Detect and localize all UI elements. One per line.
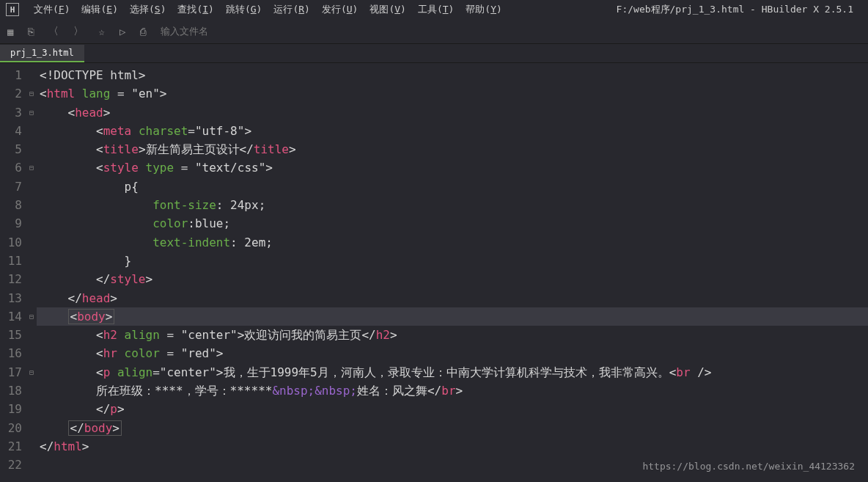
code-line[interactable]: 所在班级：****，学号：******&nbsp;&nbsp;姓名：风之舞</b… [37,381,868,400]
code-line[interactable]: } [37,252,868,270]
menu-e[interactable]: 编辑(E) [76,1,123,18]
preview-icon[interactable]: ⎙ [140,26,146,37]
save-icon[interactable]: ⎘ [28,26,34,37]
code-line[interactable]: <h2 align = "center">欢迎访问我的简易主页</h2> [37,326,868,344]
window-title: F:/web程序/prj_1_3.html - HBuilder X 2.5.1 [617,3,853,16]
menu-u[interactable]: 发行(U) [316,1,364,18]
forward-icon[interactable]: 〉 [73,25,84,38]
layout-icon[interactable]: ▦ [7,26,13,37]
code-line[interactable]: </style> [37,270,868,288]
menu-i[interactable]: 查找(I) [172,1,219,18]
filename-input[interactable]: 输入文件名 [161,25,208,38]
code-line[interactable]: </p> [37,400,868,418]
fold-column[interactable]: ⊟⊟⊟⊟⊟ [26,63,37,481]
app-logo-icon: H [6,3,19,16]
code-line[interactable]: <html lang = "en"> [37,84,868,103]
watermark: https://blog.csdn.net/weixin_44123362 [642,461,855,472]
code-line[interactable]: </html> [37,437,868,456]
menu-g[interactable]: 跳转(G) [220,1,268,18]
code-area[interactable]: <!DOCTYPE html><html lang = "en"> <head>… [37,63,868,481]
code-line[interactable]: text-indent: 2em; [37,233,868,252]
menubar: H 文件(F)编辑(E)选择(S)查找(I)跳转(G)运行(R)发行(U)视图(… [0,0,868,19]
menu-r[interactable]: 运行(R) [268,1,315,18]
menu-f[interactable]: 文件(F) [28,1,76,18]
menu-y[interactable]: 帮助(Y) [460,1,507,18]
tab-file[interactable]: prj_1_3.html [0,45,84,62]
line-gutter: 12345678910111213141516171819202122 [0,63,26,481]
menu-v[interactable]: 视图(V) [364,1,411,18]
code-line[interactable]: p{ [37,178,868,196]
run-icon[interactable]: ▷ [119,26,125,37]
code-line[interactable]: <meta charset="utf-8"> [37,122,868,140]
menu-s[interactable]: 选择(S) [124,1,172,18]
code-line[interactable]: <title>新生简易主页设计</title> [37,140,868,158]
code-line[interactable]: <!DOCTYPE html> [37,66,868,84]
menu-t[interactable]: 工具(T) [412,1,460,18]
code-line[interactable]: <p align="center">我，生于1999年5月，河南人，录取专业：中… [37,363,868,381]
toolbar: ▦ ⎘ 〈 〉 ☆ ▷ ⎙ 输入文件名 [0,19,868,44]
code-line[interactable]: </head> [37,289,868,307]
code-line[interactable]: </body> [37,419,868,437]
back-icon[interactable]: 〈 [48,25,59,38]
code-line[interactable]: color:blue; [37,214,868,233]
code-line[interactable]: font-size: 24px; [37,196,868,214]
star-icon[interactable]: ☆ [98,26,104,37]
code-line[interactable]: <hr color = "red"> [37,344,868,362]
tabbar: prj_1_3.html [0,44,868,63]
code-line[interactable]: <head> [37,103,868,122]
code-line[interactable]: <style type = "text/css"> [37,158,868,177]
code-editor[interactable]: 12345678910111213141516171819202122 ⊟⊟⊟⊟… [0,63,868,481]
